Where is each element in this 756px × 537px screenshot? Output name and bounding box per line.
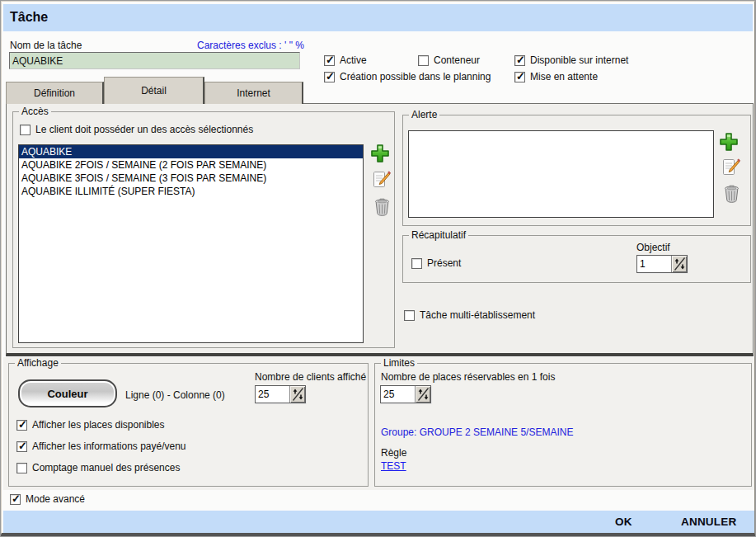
list-item[interactable]: AQUABIKE ILLIMITÉ (SUPER FIESTA) xyxy=(19,185,363,198)
acces-delete-button[interactable] xyxy=(371,197,392,219)
checkbox-label: Tâche multi-établissement xyxy=(420,309,535,321)
clients-affiche-label: Nombre de clients affiché xyxy=(255,371,366,383)
acces-edit-button[interactable] xyxy=(370,170,392,191)
spinner-updown-icon[interactable] xyxy=(415,386,430,403)
add-icon xyxy=(369,143,391,167)
checkbox-client-acces[interactable]: Le client doit posséder un des accès sél… xyxy=(20,124,253,135)
annuler-button[interactable]: ANNULER xyxy=(681,516,736,528)
tab-label: Définition xyxy=(34,87,75,99)
trash-icon xyxy=(722,184,741,206)
couleur-button-label: Couleur xyxy=(47,388,87,400)
dialog-header: Tâche xyxy=(3,4,753,31)
places-reservables-label: Nombre de places réservables en 1 fois xyxy=(381,371,555,383)
checkbox-disponible-internet[interactable]: Disponible sur internet xyxy=(514,54,628,66)
checkbox-box xyxy=(411,258,422,269)
checkbox-places-disponibles[interactable]: Afficher les places disponibles xyxy=(16,419,165,431)
checkbox-paye-venu[interactable]: Afficher les informations payé/venu xyxy=(16,440,186,452)
checkbox-label: Mode avancé xyxy=(26,493,85,505)
checkbox-comptage-manuel[interactable]: Comptage manuel des présences xyxy=(16,462,180,473)
checkbox-box xyxy=(514,55,525,66)
checkbox-label: Active xyxy=(340,54,367,66)
trash-icon xyxy=(373,197,392,219)
tab-label: Internet xyxy=(237,87,270,99)
spinner-updown-icon[interactable] xyxy=(671,256,687,272)
checkbox-box xyxy=(324,72,335,82)
affichage-group-title: Affichage xyxy=(15,357,61,369)
checkbox-box xyxy=(16,420,27,431)
checkbox-label: Conteneur xyxy=(434,54,480,66)
checkbox-box xyxy=(10,494,21,505)
dialog-title: Tâche xyxy=(10,10,48,25)
checkbox-active[interactable]: Active xyxy=(324,54,367,66)
edit-icon xyxy=(721,158,740,180)
regle-test-link[interactable]: TEST xyxy=(381,460,406,472)
list-item[interactable]: AQUABIKE 3FOIS / SEMAINE (3 FOIS PAR SEM… xyxy=(19,172,363,185)
checkbox-label: Mise en attente xyxy=(530,71,598,82)
checkbox-conteneur[interactable]: Conteneur xyxy=(418,54,480,66)
alerte-listbox[interactable] xyxy=(408,130,714,218)
list-item[interactable]: AQUABIKE xyxy=(19,145,363,158)
tab-detail[interactable]: Détail xyxy=(104,77,204,104)
objectif-label: Objectif xyxy=(636,242,670,253)
ligne-colonne-label: Ligne (0) - Colonne (0) xyxy=(125,389,225,401)
tab-internet[interactable]: Internet xyxy=(204,82,303,104)
recapitulatif-group-title: Récapitulatif xyxy=(409,229,468,241)
name-label: Nom de la tâche xyxy=(10,40,82,51)
alerte-group-title: Alerte xyxy=(409,109,439,120)
alerte-delete-button[interactable] xyxy=(721,184,742,205)
checkbox-box xyxy=(514,72,525,82)
limites-group-title: Limites xyxy=(381,357,417,369)
tab-definition[interactable]: Définition xyxy=(6,82,104,104)
checkbox-label: Le client doit posséder un des accès sél… xyxy=(35,124,253,135)
checkbox-mode-avance[interactable]: Mode avancé xyxy=(10,493,85,505)
checkbox-box xyxy=(16,441,27,452)
clients-affiche-spinner[interactable]: 25 xyxy=(255,385,306,403)
checkbox-label: Comptage manuel des présences xyxy=(32,462,180,473)
checkbox-box xyxy=(418,55,429,66)
footer-bar: OK ANNULER xyxy=(3,511,756,534)
objectif-spinner[interactable]: 1 xyxy=(636,255,688,273)
checkbox-creation-planning[interactable]: Création possible dans le planning xyxy=(324,71,491,82)
groupe-info-text: Groupe: GROUPE 2 SEMAINE 5/SEMAINE xyxy=(381,426,573,438)
checkbox-multi-etablissement[interactable]: Tâche multi-établissement xyxy=(404,309,535,321)
alerte-edit-button[interactable] xyxy=(720,158,741,179)
checkbox-label: Afficher les informations payé/venu xyxy=(32,440,186,452)
acces-group-title: Accès xyxy=(19,106,51,117)
spinner-updown-icon[interactable] xyxy=(289,386,305,403)
spinner-value: 25 xyxy=(381,386,415,403)
tache-dialog: Tâche Nom de la tâche Caractères exclus … xyxy=(0,0,756,537)
excluded-chars-hint: Caractères exclus : ' " % xyxy=(197,40,304,51)
checkbox-box xyxy=(20,125,31,135)
alerte-add-button[interactable] xyxy=(718,132,740,153)
regle-label: Règle xyxy=(381,447,406,459)
list-item[interactable]: AQUABIKE 2FOIS / SEMAINE (2 FOIS PAR SEM… xyxy=(19,158,363,172)
checkbox-mise-en-attente[interactable]: Mise en attente xyxy=(514,71,598,82)
checkbox-box xyxy=(324,55,335,66)
edit-icon xyxy=(371,170,391,192)
checkbox-box xyxy=(16,463,27,473)
task-name-input[interactable] xyxy=(9,52,300,69)
spinner-value: 25 xyxy=(256,386,289,403)
tab-label: Détail xyxy=(141,85,167,97)
ok-button[interactable]: OK xyxy=(615,516,632,528)
checkbox-label: Présent xyxy=(427,257,461,269)
checkbox-present[interactable]: Présent xyxy=(411,257,461,269)
checkbox-box xyxy=(404,310,415,321)
checkbox-label: Disponible sur internet xyxy=(530,54,628,66)
add-icon xyxy=(718,131,740,155)
acces-add-button[interactable] xyxy=(369,144,391,165)
checkbox-label: Afficher les places disponibles xyxy=(32,419,165,431)
couleur-button[interactable]: Couleur xyxy=(18,379,117,407)
places-reservables-spinner[interactable]: 25 xyxy=(380,385,431,403)
spinner-value: 1 xyxy=(637,256,671,272)
acces-listbox[interactable]: AQUABIKE AQUABIKE 2FOIS / SEMAINE (2 FOI… xyxy=(18,144,364,343)
checkbox-label: Création possible dans le planning xyxy=(340,71,491,82)
